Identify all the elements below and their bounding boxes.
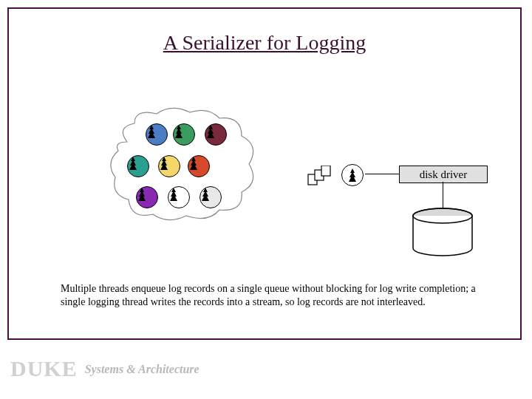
svg-marker-2 bbox=[207, 125, 214, 138]
disk-line bbox=[365, 174, 399, 174]
svg-marker-1 bbox=[175, 125, 183, 138]
thread-cloud bbox=[105, 105, 260, 223]
thread-white bbox=[168, 186, 190, 208]
thread-blue bbox=[146, 123, 168, 146]
thread-purple bbox=[136, 186, 158, 208]
thread-gray bbox=[200, 186, 222, 208]
disk-cylinder bbox=[409, 207, 476, 259]
thread-teal bbox=[127, 155, 149, 177]
slide-caption: Multiple threads enqueue log records on … bbox=[61, 282, 482, 308]
disk-to-cylinder-line bbox=[443, 182, 443, 208]
thread-red bbox=[188, 155, 210, 177]
svg-marker-6 bbox=[138, 188, 146, 201]
svg-marker-4 bbox=[160, 157, 168, 170]
svg-rect-11 bbox=[321, 166, 330, 176]
footer-subtitle: Systems & Architecture bbox=[85, 363, 200, 375]
thread-green bbox=[173, 123, 195, 146]
svg-marker-3 bbox=[129, 157, 137, 170]
svg-marker-7 bbox=[170, 188, 177, 201]
slide-title: A Serializer for Logging bbox=[9, 31, 520, 55]
disk-driver-label: disk driver bbox=[399, 166, 488, 183]
thread-yellow bbox=[158, 155, 180, 177]
log-records-icon bbox=[304, 166, 332, 188]
svg-marker-0 bbox=[148, 125, 155, 138]
thread-maroon bbox=[205, 123, 227, 146]
svg-marker-8 bbox=[202, 188, 209, 201]
slide-frame: A Serializer for Logging disk driver Mul… bbox=[7, 7, 522, 340]
svg-marker-12 bbox=[349, 168, 356, 182]
svg-marker-5 bbox=[190, 157, 197, 170]
serializer-thread bbox=[341, 164, 364, 186]
footer-logo: DUKE Systems & Architecture bbox=[10, 356, 200, 381]
footer-brand: DUKE bbox=[10, 356, 78, 381]
